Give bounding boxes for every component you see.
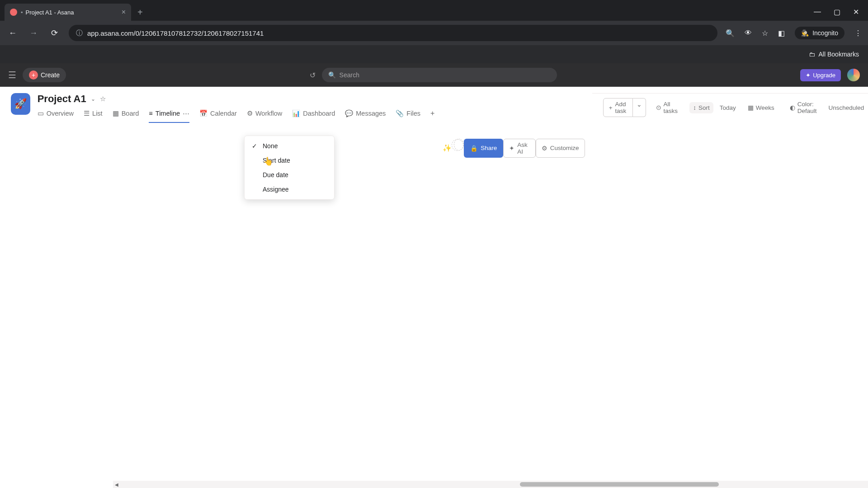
- sparkle-icon: ✦: [509, 145, 514, 152]
- tab-overview[interactable]: ▭Overview: [38, 109, 74, 123]
- add-task-button[interactable]: + Add task: [603, 98, 633, 117]
- project-title[interactable]: Project A1: [38, 93, 86, 105]
- scroll-thumb[interactable]: [520, 482, 719, 487]
- sort-option-assignee[interactable]: Assignee: [245, 182, 334, 197]
- star-icon[interactable]: ☆: [100, 95, 106, 103]
- window-controls: — ▢ ✕: [814, 8, 868, 21]
- tab-board[interactable]: ▦Board: [113, 109, 139, 123]
- tab-calendar[interactable]: 📅Calendar: [199, 109, 237, 123]
- folder-icon: 🗀: [809, 51, 815, 58]
- new-tab-button[interactable]: +: [131, 4, 149, 21]
- sort-dropdown-menu: ✓NoneStart dateDue dateAssignee: [244, 136, 335, 200]
- create-button[interactable]: + Create: [23, 68, 66, 82]
- search-bar[interactable]: 🔍 Search: [322, 68, 557, 82]
- bookmarks-bar: 🗀 All Bookmarks: [0, 45, 868, 63]
- color-selector[interactable]: ◐ Color: Default: [786, 99, 821, 117]
- search-icon: 🔍: [328, 71, 336, 79]
- tab-dashboard[interactable]: 📊Dashboard: [292, 109, 335, 123]
- forward-button: →: [27, 28, 40, 38]
- tab-workflow[interactable]: ⚙Workflow: [247, 109, 282, 123]
- minimize-icon[interactable]: —: [814, 8, 821, 16]
- tab-icon: ≡: [149, 110, 152, 117]
- project-header: 🚀 Project A1 ⌄ ☆ ▭Overview☰List▦Board≡Ti…: [0, 87, 868, 203]
- sort-icon: ↕: [693, 104, 696, 111]
- tab-icon: ▭: [38, 110, 44, 117]
- project-icon[interactable]: 🚀: [11, 93, 30, 115]
- tab-icon: ▦: [113, 110, 119, 117]
- tab-files[interactable]: 📎Files: [396, 109, 420, 123]
- tab-icon: 💬: [345, 110, 353, 117]
- incognito-icon: 🕵: [801, 29, 809, 37]
- browser-menu-icon[interactable]: ⋮: [854, 29, 862, 38]
- tab-icon: 📅: [199, 110, 208, 117]
- add-task-dropdown[interactable]: ⌄: [633, 98, 646, 117]
- browser-tab[interactable]: • Project A1 - Asana ×: [5, 4, 131, 21]
- sort-option-due-date[interactable]: Due date: [245, 168, 334, 182]
- tab-icon: ☰: [84, 110, 90, 117]
- close-tab-icon[interactable]: ×: [122, 8, 126, 16]
- ask-ai-button[interactable]: ✦ Ask AI: [503, 139, 536, 158]
- sort-button[interactable]: ↕ Sort: [689, 102, 713, 113]
- scroll-left-arrow[interactable]: ◀: [113, 482, 120, 487]
- tab-timeline[interactable]: ≡Timeline ⋯: [149, 109, 189, 123]
- chevron-down-icon[interactable]: ⌄: [91, 96, 95, 102]
- url-text: app.asana.com/0/1206178107812732/1206178…: [87, 29, 264, 37]
- site-info-icon[interactable]: ⓘ: [76, 29, 83, 38]
- tab-more-icon[interactable]: ⋯: [183, 110, 189, 117]
- browser-toolbar: ← → ⟳ ⓘ app.asana.com/0/1206178107812732…: [0, 21, 868, 45]
- bookmark-star-icon[interactable]: ☆: [762, 29, 768, 38]
- sort-option-start-date[interactable]: Start date: [245, 153, 334, 168]
- all-tasks-filter[interactable]: ⊙ All tasks: [652, 99, 684, 117]
- hide-icon[interactable]: 👁: [745, 29, 752, 37]
- sort-option-none[interactable]: ✓None: [245, 139, 334, 153]
- share-button[interactable]: 🔒 Share: [464, 139, 503, 158]
- tab-messages[interactable]: 💬Messages: [345, 109, 386, 123]
- plus-icon: +: [29, 70, 38, 80]
- filter-icon: ⊙: [656, 104, 661, 111]
- tab-favicon: [10, 9, 17, 16]
- palette-icon: ◐: [790, 104, 795, 111]
- maximize-icon[interactable]: ▢: [834, 8, 840, 16]
- plus-icon: +: [609, 104, 613, 111]
- all-bookmarks-button[interactable]: All Bookmarks: [819, 51, 859, 58]
- side-panel-icon[interactable]: ◧: [778, 29, 785, 38]
- today-button[interactable]: Today: [720, 104, 736, 111]
- hamburger-icon[interactable]: ☰: [8, 70, 16, 80]
- people-stack[interactable]: 🔒 Share ✦ Ask AI ⚙ Customize: [457, 139, 585, 158]
- ai-sparkle-icon[interactable]: ✨: [442, 143, 452, 154]
- tab-title: Project A1 - Asana: [26, 9, 74, 16]
- search-placeholder: Search: [340, 71, 359, 79]
- customize-button[interactable]: ⚙ Customize: [536, 139, 585, 158]
- user-avatar[interactable]: [847, 69, 860, 81]
- lock-icon: 🔒: [470, 145, 478, 152]
- history-icon[interactable]: ↺: [310, 71, 316, 80]
- weeks-selector[interactable]: ▦ Weeks: [744, 102, 778, 113]
- calendar-icon: ▦: [748, 104, 754, 111]
- tab-list[interactable]: ☰List: [84, 109, 103, 123]
- close-window-icon[interactable]: ✕: [853, 8, 859, 16]
- incognito-badge[interactable]: 🕵 Incognito: [795, 27, 844, 39]
- upgrade-button[interactable]: ✦ Upgrade: [800, 69, 841, 81]
- add-tab-button[interactable]: +: [430, 109, 434, 123]
- reload-button[interactable]: ⟳: [48, 28, 61, 38]
- zoom-icon[interactable]: 🔍: [726, 29, 735, 38]
- browser-tab-strip: • Project A1 - Asana × + — ▢ ✕: [0, 0, 868, 21]
- filter-bar: + Add task ⌄ ⊙ All tasks ↕ Sort Today ▦ …: [592, 93, 868, 122]
- sliders-icon: ⚙: [542, 145, 547, 152]
- tab-icon: 📎: [396, 110, 404, 117]
- project-tabs: ▭Overview☰List▦Board≡Timeline ⋯📅Calendar…: [38, 105, 435, 123]
- tab-icon: 📊: [292, 110, 300, 117]
- check-icon: ✓: [252, 142, 258, 150]
- tab-icon: ⚙: [247, 110, 253, 117]
- app-header: ☰ + Create ↺ 🔍 Search ✦ Upgrade: [0, 63, 868, 87]
- plus-icon: +: [430, 109, 434, 117]
- back-button[interactable]: ←: [6, 28, 19, 38]
- content-area: 🚀 Project A1 ⌄ ☆ ▭Overview☰List▦Board≡Ti…: [0, 87, 868, 488]
- unscheduled-button[interactable]: Unscheduled: [828, 104, 864, 111]
- address-bar[interactable]: ⓘ app.asana.com/0/1206178107812732/12061…: [69, 25, 717, 41]
- horizontal-scrollbar[interactable]: ◀ ▶: [113, 481, 868, 488]
- sparkle-icon: ✦: [806, 72, 811, 79]
